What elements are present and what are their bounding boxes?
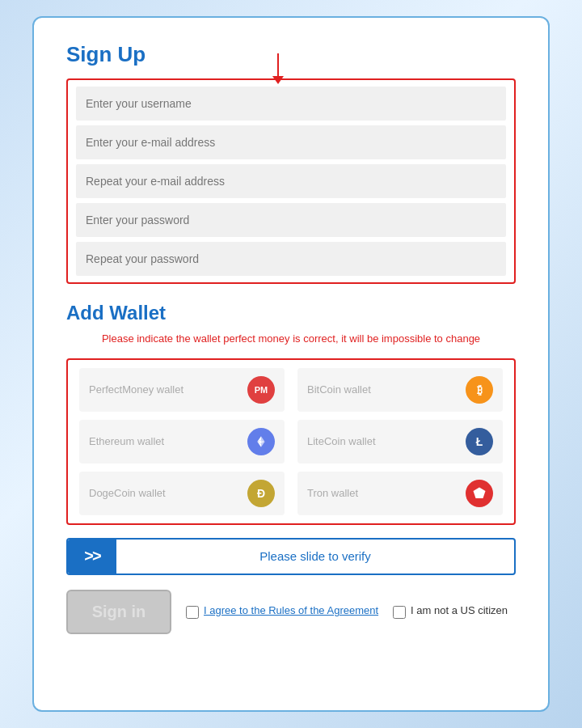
signup-form [66, 78, 516, 284]
perfectmoney-icon: PM [247, 376, 275, 404]
agree-checkbox-group: I agree to the Rules of the Agreement [186, 604, 378, 619]
wallet-label-ethereum: Ethereum wallet [89, 435, 164, 447]
bitcoin-icon: ₿ [466, 376, 493, 404]
ethereum-icon [247, 428, 275, 455]
wallet-label-litecoin: LiteCoin wallet [307, 435, 376, 447]
username-input[interactable] [76, 87, 506, 121]
not-us-label: I am not a US citizen [411, 604, 508, 616]
arrow-annotation [272, 53, 284, 84]
signup-card: Sign Up Add Wallet Please indicate the w… [32, 16, 550, 712]
email-input[interactable] [76, 125, 506, 159]
svg-marker-6 [474, 487, 486, 498]
wallet-label-bitcoin: BitCoin wallet [307, 383, 371, 396]
wallet-item-dogecoin[interactable]: DogeCoin wallet Ð [79, 472, 285, 515]
agree-checkbox[interactable] [186, 606, 199, 619]
wallet-item-bitcoin[interactable]: BitCoin wallet ₿ [297, 368, 503, 412]
bottom-row: Sign in I agree to the Rules of the Agre… [66, 590, 516, 634]
tron-icon [466, 480, 493, 507]
wallet-item-ethereum[interactable]: Ethereum wallet [79, 420, 285, 463]
wallet-notice: Please indicate the wallet perfect money… [66, 331, 516, 347]
wallet-item-tron[interactable]: Tron wallet [297, 472, 503, 515]
email-repeat-input[interactable] [76, 164, 506, 198]
wallet-label-dogecoin: DogeCoin wallet [89, 487, 166, 499]
litecoin-icon: Ł [466, 428, 493, 455]
agree-label: I agree to the Rules of the Agreement [204, 604, 378, 616]
not-us-checkbox-group: I am not a US citizen [393, 604, 508, 619]
signin-button[interactable]: Sign in [66, 590, 171, 634]
slide-button[interactable]: >> [68, 538, 116, 575]
agree-link[interactable]: I agree to the Rules of the Agreement [204, 604, 378, 616]
password-repeat-input[interactable] [76, 242, 506, 276]
wallet-item-perfectmoney[interactable]: PerfectMoney wallet PM [79, 368, 285, 412]
password-input[interactable] [76, 203, 506, 237]
wallet-section-title: Add Wallet [66, 302, 516, 324]
wallet-grid-container: PerfectMoney wallet PM BitCoin wallet ₿ … [66, 358, 516, 525]
wallet-grid: PerfectMoney wallet PM BitCoin wallet ₿ … [79, 368, 503, 515]
wallet-label-perfectmoney: PerfectMoney wallet [89, 383, 183, 396]
page-title: Sign Up [66, 42, 516, 67]
slide-verify-text: Please slide to verify [116, 549, 514, 563]
not-us-checkbox[interactable] [393, 606, 406, 619]
dogecoin-icon: Ð [247, 480, 275, 507]
wallet-label-tron: Tron wallet [307, 487, 358, 499]
slide-verify-bar[interactable]: >> Please slide to verify [66, 538, 516, 575]
wallet-item-litecoin[interactable]: LiteCoin wallet Ł [297, 420, 503, 463]
